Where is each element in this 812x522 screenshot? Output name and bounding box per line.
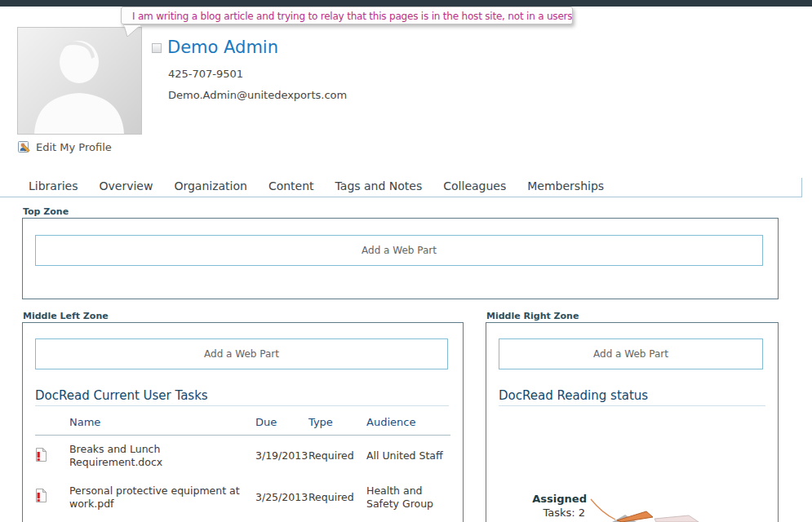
webpart-title-divider	[499, 405, 765, 406]
profile-photo-placeholder	[17, 27, 142, 135]
webpart-title-divider	[35, 405, 449, 406]
task-due-date: 3/28/2013	[255, 518, 308, 522]
profile-phone: 425-707-9501	[168, 68, 243, 80]
task-document-link[interactable]: Cell Phone usage.docx	[69, 518, 255, 522]
add-webpart-label: Add a Web Part	[362, 245, 437, 256]
webpart-title-docread-current-user-tasks: DocRead Current User Tasks	[35, 388, 208, 403]
docread-tasks-table: Name Due Type Audience Breaks and Lunch …	[35, 412, 450, 522]
header-name[interactable]: Name	[69, 412, 255, 436]
doc-icon-cell	[35, 436, 69, 477]
pie-slice-callout: Assigned Tasks: 2	[504, 493, 587, 519]
task-audience: Health and Safety Group	[366, 477, 450, 519]
task-audience: All United Staff	[366, 436, 450, 477]
pie-slice-label: Assigned	[504, 493, 587, 505]
header-type[interactable]: Type	[308, 412, 366, 436]
profile-tab-strip: Libraries Overview Organization Content …	[29, 179, 604, 192]
table-row: Personal protective equipment at work.pd…	[35, 477, 450, 519]
tab-organization[interactable]: Organization	[174, 179, 247, 192]
docread-task-icon	[35, 448, 47, 462]
top-ribbon-bar	[0, 0, 812, 7]
doc-icon-cell	[35, 518, 69, 522]
pie-chart-partial	[604, 508, 726, 522]
docread-task-icon	[35, 489, 47, 502]
task-type: Required	[308, 477, 366, 519]
table-row: Cell Phone usage.docx 3/28/2013 Required…	[35, 518, 450, 522]
header-due[interactable]: Due	[255, 412, 308, 436]
add-webpart-button-middle-left-zone[interactable]: Add a Web Part	[35, 338, 448, 369]
tab-strip-right-border	[801, 178, 802, 197]
task-document-link[interactable]: Breaks and Lunch Requirement.docx	[69, 436, 255, 477]
edit-my-profile-label: Edit My Profile	[36, 141, 112, 153]
add-webpart-label: Add a Web Part	[204, 348, 279, 360]
add-webpart-button-top-zone[interactable]: Add a Web Part	[35, 235, 763, 266]
task-audience: All United Staff	[366, 518, 450, 522]
task-type: Required	[308, 518, 366, 522]
tab-memberships[interactable]: Memberships	[527, 179, 604, 192]
doc-icon-cell	[35, 477, 69, 519]
presence-indicator	[152, 43, 162, 53]
header-audience[interactable]: Audience	[366, 412, 450, 436]
task-type: Required	[308, 436, 366, 477]
task-due-date: 3/19/2013	[255, 436, 308, 477]
tab-tags-and-notes[interactable]: Tags and Notes	[335, 179, 423, 192]
tab-colleagues[interactable]: Colleagues	[443, 179, 506, 192]
tab-libraries[interactable]: Libraries	[29, 179, 78, 192]
tab-overview[interactable]: Overview	[99, 179, 153, 192]
edit-profile-icon	[18, 140, 31, 153]
middle-right-zone-label: Middle Right Zone	[486, 311, 579, 321]
middle-left-zone-label: Middle Left Zone	[23, 311, 109, 321]
header-icon-spacer	[35, 412, 69, 436]
webpart-title-docread-reading-status: DocRead Reading status	[499, 388, 648, 403]
profile-name-link[interactable]: Demo Admin	[167, 38, 278, 57]
task-document-link[interactable]: Personal protective equipment at work.pd…	[69, 477, 255, 519]
person-silhouette-icon	[18, 28, 141, 134]
tooltip-tail	[122, 25, 142, 38]
annotation-tooltip: I am writing a blog article and trying t…	[121, 7, 573, 24]
task-due-date: 3/25/2013	[255, 477, 308, 519]
pie-slice-value: Tasks: 2	[504, 507, 587, 519]
tab-content[interactable]: Content	[268, 179, 314, 192]
add-webpart-button-middle-right-zone[interactable]: Add a Web Part	[499, 338, 763, 369]
edit-my-profile-link[interactable]: Edit My Profile	[18, 140, 112, 153]
table-header-row: Name Due Type Audience	[35, 412, 450, 436]
top-zone-label: Top Zone	[23, 206, 69, 217]
add-webpart-label: Add a Web Part	[593, 348, 668, 360]
tab-strip-underline	[0, 197, 801, 197]
table-row: Breaks and Lunch Requirement.docx 3/19/2…	[35, 436, 450, 477]
profile-email: Demo.Admin@unitedexports.com	[168, 89, 347, 101]
